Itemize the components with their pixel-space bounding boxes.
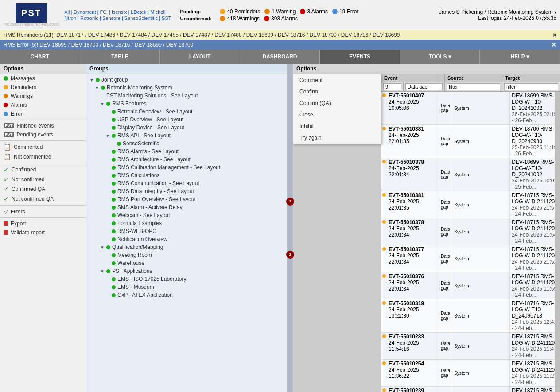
tree-item-usp-overview[interactable]: USP Overview - See Layout (86, 116, 287, 124)
tree-item-rms-data-integrity[interactable]: RMS Data Integrity - See Layout (86, 187, 287, 195)
row-event: Data gap (439, 245, 452, 272)
tree-item-rms-alarms[interactable]: RMS Alarms - See Layout (86, 147, 287, 155)
tree-item-pst-monitoring[interactable]: PST Monitoring Solutions - See Layout (86, 92, 287, 100)
context-menu-confirm-qa[interactable]: Confirm (QA) (293, 97, 381, 109)
tab-dashboard[interactable]: DASHBOARD (240, 50, 320, 64)
tree-label-rms-web: RMS-WEB-OPC (117, 228, 156, 234)
context-menu-close[interactable]: Close (293, 109, 381, 120)
tree-item-ems-iso[interactable]: EMS - ISO-17025 Laboratory (86, 275, 287, 283)
tree-label-sms: SMS Alarm - Activate Relay (117, 204, 183, 210)
table-row[interactable]: EVT-55010381 24-Feb-202522:01:35 Data ga… (381, 191, 560, 218)
sidebar-item-not-commented[interactable]: 📋 Not commented (0, 152, 86, 162)
tab-help[interactable]: HELP ▾ (480, 50, 560, 64)
row-target-text: DEV-18715 RMS-LOG-W-D-241120019 (512, 361, 560, 373)
tree-item-ems-museum[interactable]: EMS - Museum (86, 283, 287, 291)
context-menu-confirm[interactable]: Confirm (293, 86, 381, 97)
row-id: EVT-55010377 24-Feb-202522:01:34 (387, 245, 439, 272)
tree-item-sensoscientific[interactable]: SensoScientific (86, 140, 287, 147)
table-row[interactable]: EVT-55010239 24-Feb-202511:26:09 Data ga… (381, 387, 560, 392)
table-row[interactable]: EVT-55010407 24-Feb-202510:05:06 Data ga… (381, 92, 560, 125)
table-row[interactable]: EVT-55010378 24-Feb-202522:01:34 Data ga… (381, 218, 560, 245)
sidebar-item-error[interactable]: Error (0, 109, 86, 118)
sidebar-item-confirmed-qa[interactable]: ✓ Confirmed QA (0, 184, 86, 194)
tree-item-rms-api[interactable]: ▼ RMS API - See Layout (86, 132, 287, 140)
context-menu-inhibit[interactable]: Inhibit (293, 120, 381, 132)
sidebar-item-messages[interactable]: Messages (0, 74, 86, 83)
row-source: System (452, 299, 510, 332)
tree-item-rotronic-overview[interactable]: Rotronic Overview - See Layout (86, 108, 287, 116)
scroll-divider[interactable]: 1 2 (288, 64, 293, 392)
error-alert-close[interactable]: ✕ (551, 41, 556, 48)
sidebar-item-warnings[interactable]: Warnings (0, 92, 86, 101)
table-row[interactable]: EVT-55010377 24-Feb-202522:01:34 Data ga… (381, 245, 560, 272)
tree-item-qualification[interactable]: ▼ Qualification/Mapping (86, 243, 287, 251)
tree-item-warehouse[interactable]: Warehouse (86, 259, 287, 267)
sidebar-item-not-confirmed-qa[interactable]: ✓ Not confirmed QA (0, 194, 86, 204)
tab-events[interactable]: EVENTS (320, 50, 400, 64)
scrollbar[interactable] (555, 92, 560, 392)
tree-item-rms-features[interactable]: ▼ RMS Features (86, 100, 287, 108)
sidebar-item-validate-report[interactable]: Validate report (0, 228, 86, 237)
reminder-alert-close[interactable]: × (553, 31, 556, 39)
sidebar-item-not-confirmed[interactable]: ✓ Not confirmed (0, 175, 86, 184)
tree-arrow-rotronic: ▼ (95, 85, 99, 90)
table-row[interactable]: EVT-55010378 24-Feb-202522:01:34 Data ga… (381, 158, 560, 191)
row-id: EVT-55010381 24-Feb-202522:01:35 (387, 125, 439, 158)
tree-item-rms-web-opc[interactable]: RMS-WEB-OPC (86, 227, 287, 235)
tree-item-rms-communication[interactable]: RMS Communication - See Layout (86, 179, 287, 187)
nav-row2[interactable]: Ntron | Rotronic | Sensore | SensoScient… (64, 16, 171, 21)
tree-item-rms-calculations[interactable]: RMS Calculations (86, 171, 287, 179)
sidebar-item-finished-events[interactable]: EVT Finished events (0, 121, 86, 130)
tree-item-rms-port[interactable]: RMS Port Overview - See Layout (86, 195, 287, 203)
col-header-event: Event (381, 74, 439, 82)
tree-item-gxp-atex[interactable]: GxP - ATEX Application (86, 291, 287, 299)
logo: PST PROCESS SENSING TECHNOLOGIES (4, 3, 59, 27)
filter-event-input[interactable] (405, 83, 443, 90)
username[interactable]: James S Pickering / Rotronic Monitoring … (439, 9, 556, 15)
sidebar-item-reminders[interactable]: Reminders (0, 83, 86, 92)
tab-table[interactable]: TABLE (80, 50, 160, 64)
tree-item-webcam[interactable]: Webcam - See Layout (86, 211, 287, 219)
row-indicator (381, 387, 387, 392)
table-row[interactable]: EVT-55010283 24-Feb-202511:54:16 Data ga… (381, 333, 560, 360)
tree-item-display-device[interactable]: Display Device - See Layout (86, 124, 287, 132)
sidebar-item-pending-events[interactable]: EVT Pending events (0, 130, 86, 139)
right-panel: Options Comment Confirm Confirm (QA) Clo… (293, 64, 560, 392)
tree-item-pst-applications[interactable]: ▼ PST Applications (86, 267, 287, 275)
table-row[interactable]: EVT-55010381 24-Feb-202522:01:35 Data ga… (381, 125, 560, 158)
filter-source-input[interactable] (447, 83, 500, 90)
table-row[interactable]: EVT-55010319 24-Feb-202513:22:30 Data ga… (381, 299, 560, 333)
reminders-label: Reminders (11, 84, 36, 90)
tab-chart[interactable]: CHART (0, 50, 80, 64)
tree-item-meeting-room[interactable]: Meeting Room (86, 251, 287, 259)
sidebar-item-filters[interactable]: ▽ Filters (0, 207, 86, 216)
context-menu-try-again[interactable]: Try again (293, 132, 381, 144)
filter-target-input[interactable] (504, 83, 558, 90)
filter-id-input[interactable] (383, 83, 401, 90)
sidebar-item-confirmed[interactable]: ✓ Confirmed (0, 165, 86, 175)
tree-item-rms-architecture[interactable]: RMS Architecture - See Layout (86, 155, 287, 163)
filter-source-cell[interactable] (445, 82, 502, 91)
context-menu-comment[interactable]: Comment (293, 74, 381, 86)
tree-item-rotronic[interactable]: ▼ Rotronic Monitoring System (86, 84, 287, 92)
sidebar-item-commented[interactable]: 📋 Commented (0, 142, 86, 152)
table-row[interactable]: EVT-55010254 24-Feb-202511:36:22 Data ga… (381, 360, 560, 387)
sidebar-item-alarms[interactable]: Alarms (0, 101, 86, 109)
row-target: DEV-18715 RMS-LOG-W-D-241120019 24-Feb-2… (510, 387, 560, 392)
table-row[interactable]: EVT-55010376 24-Feb-202522:01:34 Data ga… (381, 272, 560, 299)
tree-label-joint: Joint group (101, 77, 128, 83)
tree-item-notification[interactable]: Notification Overview (86, 235, 287, 243)
sidebar-item-export[interactable]: Export (0, 219, 86, 228)
tab-layout[interactable]: LAYOUT (160, 50, 240, 64)
tab-tools[interactable]: TOOLS ▾ (400, 50, 480, 64)
filter-id-cell[interactable] (381, 82, 404, 91)
tree-item-rms-calibration[interactable]: RMS Calibration Management - See Layout (86, 163, 287, 171)
error-item: 19 Error (332, 8, 358, 15)
nav-row1[interactable]: All | Dynament | FCI | Isensix | LDetek … (64, 9, 171, 15)
tree-item-sms-alarm[interactable]: SMS Alarm - Activate Relay (86, 203, 287, 211)
tree-item-joint-group[interactable]: ▼ Joint group (86, 76, 287, 84)
filter-event-cell[interactable] (404, 82, 445, 91)
tree-item-formula[interactable]: Formula Examples (86, 219, 287, 227)
row-target: DEV-18715 RMS-LOG-W-D-241120019 24-Feb-2… (510, 245, 560, 272)
filter-target-cell[interactable] (502, 82, 560, 91)
